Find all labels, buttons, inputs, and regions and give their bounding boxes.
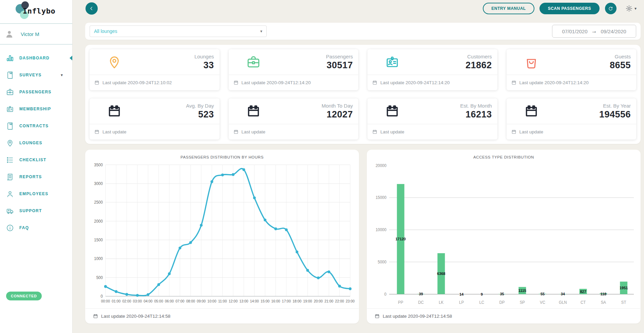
sidebar-item-label: LOUNGES [19, 141, 42, 145]
user-row[interactable]: Victor M [0, 24, 72, 44]
map-pin-icon [6, 139, 14, 147]
stat-tile-avg-by-day: Avg. By Day 523 Last update [90, 98, 220, 140]
date-to[interactable]: 09/24/2020 [601, 29, 626, 34]
sidebar-item-employees[interactable]: EMPLOYEES [0, 185, 72, 202]
report-icon [6, 173, 14, 181]
svg-text:ST: ST [621, 300, 626, 304]
calendar-icon [372, 80, 377, 85]
svg-text:DC: DC [418, 300, 424, 304]
svg-text:500: 500 [96, 275, 103, 279]
svg-text:39: 39 [419, 292, 423, 296]
svg-text:1951: 1951 [620, 286, 628, 290]
svg-text:08:00: 08:00 [186, 299, 195, 303]
stat-value: 30517 [326, 60, 353, 71]
logo-text: Inflybo [23, 7, 55, 15]
sidebar-item-label: SURVEYS [19, 73, 42, 77]
bar-chart-icon [6, 54, 14, 62]
sidebar-item-support[interactable]: SUPPORT [0, 202, 72, 219]
settings-caret-icon[interactable]: ▾ [634, 6, 637, 11]
svg-text:2000: 2000 [94, 219, 103, 223]
svg-text:3500: 3500 [94, 162, 103, 167]
stat-icon-wrap [246, 55, 261, 69]
svg-text:5000: 5000 [378, 260, 386, 264]
bag-icon [524, 55, 538, 69]
svg-text:04:00: 04:00 [144, 299, 152, 303]
svg-text:LK: LK [439, 300, 443, 304]
calendar-icon [94, 80, 99, 85]
svg-text:05:00: 05:00 [154, 299, 163, 303]
id-card-icon [6, 105, 14, 113]
lounge-select[interactable]: All lounges ▾ [90, 25, 267, 37]
refresh-button[interactable] [605, 3, 617, 14]
passengers-by-hours-chart: 050010001500200025003000350000:0001:0002… [89, 161, 355, 308]
svg-text:35: 35 [500, 292, 504, 296]
stat-label: Avg. By Day [186, 103, 214, 109]
stat-label: Passengers [326, 54, 353, 59]
svg-text:1500: 1500 [94, 238, 103, 242]
stat-value: 12027 [322, 109, 353, 120]
svg-text:PP: PP [398, 300, 403, 304]
chart-last-update: Last update 2020-09-24T12:14:58 [383, 314, 452, 319]
app-root: Inflybo Victor M DASHBOARDSURVEYS▾PASSEN… [0, 0, 644, 333]
book-icon [6, 122, 14, 130]
svg-text:34: 34 [561, 292, 565, 296]
svg-text:22:00: 22:00 [335, 299, 344, 303]
svg-text:02:00: 02:00 [122, 299, 131, 303]
stat-last-update: Last update 2020-09-24T12:14:20 [507, 75, 637, 90]
date-range-picker[interactable]: 07/01/2020 → 09/24/2020 [552, 25, 636, 38]
svg-text:CT: CT [581, 300, 586, 304]
calendar-icon [233, 80, 239, 85]
user-name: Victor M [21, 31, 39, 37]
svg-text:827: 827 [580, 290, 586, 294]
svg-text:9: 9 [481, 292, 483, 296]
logo: Inflybo [0, 0, 72, 24]
stat-top: Passengers 30517 [229, 49, 359, 75]
entry-manual-button[interactable]: ENTRY MANUAL [483, 3, 534, 14]
stats-grid: Lounges 33 Last update 2020-09-24T12:10:… [90, 49, 636, 140]
chart-title: PASSENGERS DISTRIBUTION BY HOURS [85, 155, 359, 159]
stat-icon-wrap [385, 55, 399, 69]
stat-top: Est. By Month 16213 [367, 98, 497, 124]
sidebar-item-surveys[interactable]: SURVEYS▾ [0, 67, 72, 84]
stat-value: 8655 [610, 60, 631, 71]
sidebar-item-faq[interactable]: FAQ [0, 219, 72, 236]
sidebar-item-label: MEMBERSHIP [19, 107, 51, 111]
svg-text:10000: 10000 [376, 227, 386, 232]
stat-tile-est-by-year: Est. By Year 194556 Last update [507, 98, 637, 140]
sidebar-item-membership[interactable]: MEMBERSHIP [0, 100, 72, 117]
back-button[interactable] [86, 2, 98, 15]
checklist-icon [6, 156, 14, 164]
stat-icon-wrap [524, 104, 538, 118]
sidebar-item-passengers[interactable]: PASSENGERS [0, 84, 72, 100]
sidebar-item-reports[interactable]: REPORTS [0, 168, 72, 185]
sidebar-item-checklist[interactable]: CHECKLIST [0, 151, 72, 168]
stat-last-update: Last update 2020-09-24T12:14:20 [229, 75, 359, 90]
stat-top: Avg. By Day 523 [90, 98, 220, 124]
chart-body: 0500010000150002000017120396368149351115… [367, 159, 641, 308]
settings-gear-icon[interactable] [625, 5, 633, 12]
calendar-icon [511, 80, 516, 85]
svg-text:23:00: 23:00 [346, 299, 355, 303]
lounge-select-value: All lounges [94, 29, 117, 34]
stat-last-update: Last update [367, 124, 497, 140]
sidebar-item-lounges[interactable]: LOUNGES [0, 134, 72, 151]
stat-last-update: Last update [229, 124, 359, 140]
sidebar-item-label: FAQ [19, 225, 29, 230]
sidebar-item-contracts[interactable]: CONTRACTS [0, 117, 72, 134]
stat-icon-wrap [524, 55, 538, 69]
sidebar-item-dashboard[interactable]: DASHBOARD [0, 50, 72, 67]
stat-label: Est. By Year [599, 103, 631, 109]
stat-label: Est. By Month [460, 103, 492, 109]
scan-passengers-button[interactable]: SCAN PASSENGERS [539, 3, 600, 14]
svg-text:SA: SA [601, 300, 606, 304]
stat-label: Lounges [194, 54, 214, 59]
stat-tile-guests: Guests 8655 Last update 2020-09-24T12:14… [507, 49, 637, 90]
id-card-icon [385, 55, 399, 69]
calendar-icon [93, 314, 98, 319]
main-area: ENTRY MANUAL SCAN PASSENGERS ▾ All loung… [73, 0, 644, 333]
date-from[interactable]: 07/01/2020 [562, 29, 587, 34]
svg-text:06:00: 06:00 [165, 299, 174, 303]
stat-last-update: Last update 2020-09-24T12:10:02 [90, 75, 220, 90]
svg-text:15:00: 15:00 [261, 299, 269, 303]
sidebar-item-label: REPORTS [19, 174, 42, 179]
